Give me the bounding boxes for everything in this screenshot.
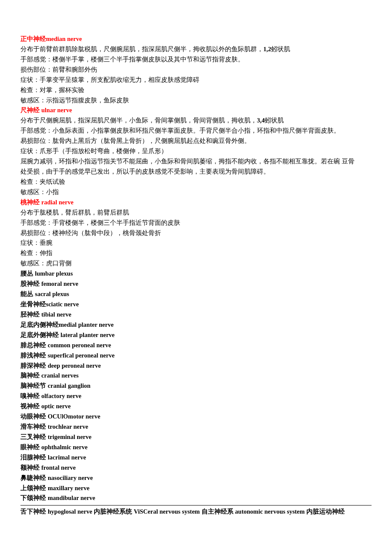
frontal-nerve-part-1: frontal nerve [41, 464, 76, 471]
lateral-planter-part-1: lateral planter nerve [61, 331, 115, 338]
ulnar-desc1-part-0: 屈腕力减弱，环指和小指远节指关节不能屈曲，小鱼际和骨间肌萎缩，拇指不能内收，各指… [20, 158, 355, 165]
ophthalmic-nerve-part-0: 眼神经 [20, 444, 41, 450]
nasociliary-nerve: 鼻睫神经 nasociliary nerve [20, 473, 372, 483]
ulnar-nerve-title-part-0: 尺神经 [20, 107, 41, 113]
document-body: 正中神经median nerve分布于前臂前群肌除肱税肌，尺侧腕屈肌，指深屈肌尺… [20, 34, 372, 503]
median-sense-part-0: 手部感觉：楼侧半手掌，楼侧三个半手指掌侧皮肤以及其中节和远节指背皮肤。 [20, 56, 244, 63]
radial-nerve-title-part-1: radial nerve [41, 199, 73, 206]
optic-nerve-part-0: 视神经 [20, 403, 41, 410]
cranial-ganglion: 脑神经节 cranial ganglion [20, 381, 372, 391]
median-dist-part-1: 1,2 [263, 46, 271, 52]
ulnar-desc2-part-0: 处受损，由于手的感觉早已发出，所以手的皮肤感觉不受影响，主要表现为骨间肌障碍。 [20, 168, 270, 175]
trochlear-nerve: 滑车神经 trochlear nerve [20, 422, 372, 432]
ophthalmic-nerve-part-1: ophthalmic nerve [41, 444, 87, 450]
trigeminal-nerve: 三叉神经 trigeminal nerve [20, 432, 372, 442]
tibial-nerve-part-1: tibial nerve [41, 311, 71, 318]
trochlear-nerve-part-0: 滑车神经 [20, 423, 48, 430]
radial-exam-part-0: 检查：伸指 [20, 250, 52, 256]
medial-planter: 足底内侧神经medial planter nerve [20, 320, 372, 330]
median-nerve-title-part-1: median nerve [46, 35, 82, 42]
radial-exam: 检查：伸指 [20, 248, 372, 259]
ulnar-dist: 分布于尺侧腕屈肌，指深屈肌尺侧半，小鱼际，骨间掌侧肌，骨间背侧肌，拇收肌，3,4… [20, 116, 372, 126]
median-nerve-title: 正中神经median nerve [20, 34, 372, 44]
frontal-nerve-part-0: 额神经 [20, 464, 41, 471]
sciatic-nerve: 坐骨神经sciatic nerve [20, 299, 372, 310]
ulnar-desc1: 屈腕力减弱，环指和小指远节指关节不能屈曲，小鱼际和骨间肌萎缩，拇指不能内收，各指… [20, 157, 372, 167]
maxillary-nerve-part-0: 上颌神经 [20, 485, 48, 491]
footer-line-part-2: 内脏神经系统 [94, 508, 134, 515]
nasociliary-nerve-part-1: nasociliary nerve [48, 474, 93, 481]
lacrimal-nerve: 泪腺神经 lacrimal nerve [20, 453, 372, 463]
deep-peroneal: 腓深神经 deep peroneal nerve [20, 361, 372, 371]
median-symptom: 症状：手掌变平呈猿掌，所支配肌收缩无力，相应皮肤感觉障碍 [20, 75, 372, 85]
cranial-ganglion-part-1: cranial ganglion [48, 382, 90, 389]
median-sense: 手部感觉：楼侧半手掌，楼侧三个半手指掌侧皮肤以及其中节和远节指背皮肤。 [20, 55, 372, 65]
median-area-part-0: 敏感区：示指远节指腹皮肤，鱼际皮肤 [20, 97, 129, 104]
optic-nerve: 视神经 optic nerve [20, 401, 372, 412]
lacrimal-nerve-part-1: lacrimal nerve [48, 454, 86, 461]
median-dist-part-2: 蚓状肌 [271, 46, 290, 52]
common-peroneal-part-1: common peroneal nerve [48, 342, 111, 349]
trigeminal-nerve-part-1: trigeminal nerve [48, 433, 92, 440]
deep-peroneal-part-0: 腓深神经 [20, 362, 48, 369]
ulnar-sense-part-0: 手部感觉：小鱼际表面，小指掌侧皮肤和环指尺侧半掌面皮肤。手背尺侧半合小指，环指和… [20, 127, 340, 134]
footer-line-part-3: ViSCeral nervous system [134, 508, 202, 515]
ulnar-exam: 检查：夹纸试验 [20, 177, 372, 187]
sacral-plexus: 能丛 sacral plexus [20, 289, 372, 299]
ulnar-injury: 易损部位：肱骨内上黑后方（肱骨黑上骨折），尺侧腕屈肌起点处和豌豆骨外侧。 [20, 136, 372, 146]
sciatic-nerve-part-0: 坐骨神经 [20, 301, 46, 308]
ulnar-area-part-0: 敏感区：小指 [20, 189, 59, 195]
maxillary-nerve: 上颌神经 maxillary nerve [20, 483, 372, 494]
radial-nerve-title: 桃神经 radial nerve [20, 198, 372, 208]
mandibular-nerve-part-1: mandibular nerve [48, 494, 95, 501]
ulnar-nerve-title-part-1: ulnar nerve [41, 107, 72, 113]
femoral-nerve: 股神经 femoral nerve [20, 279, 372, 289]
medial-planter-part-0: 足底内侧神经 [20, 321, 59, 328]
lumbar-plexus-part-1: lumbar plexus [35, 270, 73, 277]
tibial-nerve: 胫神经 tibial nerve [20, 310, 372, 320]
olfactory-nerve-part-1: olfactory nerve [41, 392, 81, 399]
footer-line-part-4: 自主神经系 [202, 508, 235, 515]
radial-symptom: 症状：垂腕 [20, 238, 372, 248]
tibial-nerve-part-0: 胫神经 [20, 311, 41, 318]
ulnar-injury-part-0: 易损部位：肱骨内上黑后方（肱骨黑上骨折），尺侧腕屈肌起点处和豌豆骨外侧。 [20, 137, 251, 144]
median-exam: 检查：对掌，握杯实验 [20, 85, 372, 96]
ulnar-nerve-title: 尺神经 ulnar nerve [20, 105, 372, 116]
ulnar-exam-part-0: 检查：夹纸试验 [20, 178, 65, 185]
radial-area: 敏感区：虎口背侧 [20, 259, 372, 269]
ulnar-symptom-part-0: 症状：爪形手（手指放松时弯曲，楼侧伸，呈爪形） [20, 148, 167, 154]
trigeminal-nerve-part-0: 三叉神经 [20, 433, 48, 440]
mandibular-nerve: 下颌神经 mandibular nerve [20, 493, 372, 503]
footer-line-part-1: hypoglosal nerve [48, 508, 94, 515]
sciatic-nerve-part-1: sciatic nerve [46, 301, 79, 308]
median-injury-part-0: 损伤部位：前臂和腕部外伤 [20, 66, 97, 73]
median-injury: 损伤部位：前臂和腕部外伤 [20, 65, 372, 75]
lateral-planter: 足底外侧神经 lateral planter nerve [20, 330, 372, 340]
radial-injury-part-0: 易损部位：楼神经沟（肱骨中段），桃骨颈处骨折 [20, 230, 161, 236]
lacrimal-nerve-part-0: 泪腺神经 [20, 454, 48, 461]
radial-area-part-0: 敏感区：虎口背侧 [20, 260, 72, 267]
common-peroneal: 腓总神经 common peroneal nerve [20, 340, 372, 351]
radial-dist: 分布于肱楼肌，臂后群肌，前臂后群肌 [20, 208, 372, 218]
frontal-nerve: 额神经 frontal nerve [20, 463, 372, 473]
ulnar-sense: 手部感觉：小鱼际表面，小指掌侧皮肤和环指尺侧半掌面皮肤。手背尺侧半合小指，环指和… [20, 126, 372, 136]
superficial-peroneal-part-0: 腓浅神经 [20, 352, 48, 359]
ulnar-symptom: 症状：爪形手（手指放松时弯曲，楼侧伸，呈爪形） [20, 146, 372, 157]
radial-symptom-part-0: 症状：垂腕 [20, 239, 52, 246]
footer-line: 舌下神经 hypoglosal nerve 内脏神经系统 ViSCeral ne… [20, 507, 372, 517]
oculomotor-nerve: 动眼神经 OCUlOmotor nerve [20, 412, 372, 422]
footer-line: 舌下神经 hypoglosal nerve 内脏神经系统 ViSCeral ne… [20, 506, 372, 517]
nasociliary-nerve-part-0: 鼻睫神经 [20, 474, 48, 481]
radial-nerve-title-part-0: 桃神经 [20, 199, 41, 206]
common-peroneal-part-0: 腓总神经 [20, 342, 48, 349]
sacral-plexus-part-0: 能丛 [20, 291, 35, 297]
femoral-nerve-part-1: femoral nerve [41, 280, 78, 287]
sacral-plexus-part-1: sacral plexus [35, 291, 69, 297]
superficial-peroneal-part-1: superfical peroneal nerve [48, 352, 115, 359]
deep-peroneal-part-1: deep peroneal nerve [48, 362, 101, 369]
separator-line [20, 505, 372, 506]
radial-sense: 手部感觉：手背楼侧半，楼侧三个半手指近节背面的皮肤 [20, 218, 372, 228]
ulnar-dist-part-1: 3,4 [257, 117, 265, 124]
median-dist: 分布于前臂前群肌除肱税肌，尺侧腕屈肌，指深屈肌尺侧半，拇收肌以外的鱼际肌群，1,… [20, 44, 372, 55]
femoral-nerve-part-0: 股神经 [20, 280, 41, 287]
